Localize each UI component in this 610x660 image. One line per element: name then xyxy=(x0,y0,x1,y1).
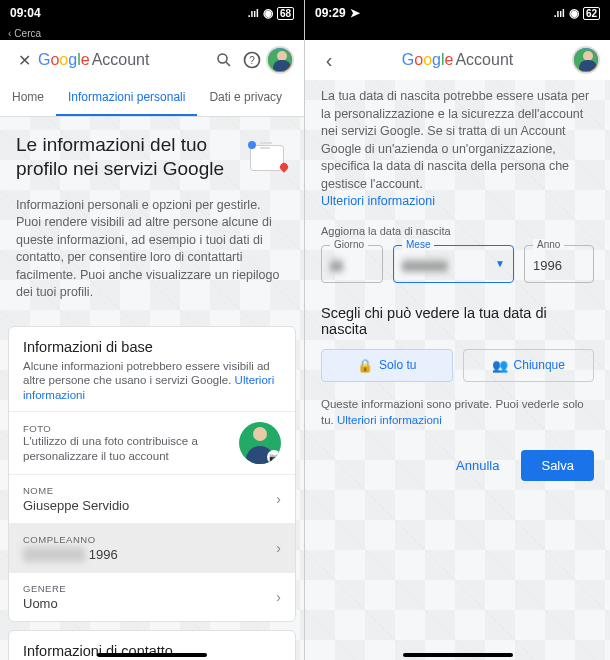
signal-icon: .ııl xyxy=(554,8,565,19)
app-bar: ✕ Google Account ? xyxy=(0,40,304,80)
cancel-button[interactable]: Annulla xyxy=(446,450,509,481)
photo-desc: L'utilizzo di una foto contribuisce a pe… xyxy=(23,434,239,464)
account-avatar[interactable] xyxy=(266,46,294,74)
intro-paragraph: Informazioni personali e opzioni per ges… xyxy=(0,197,304,318)
content-area: ‹ Google Account La tua data di nascita … xyxy=(305,40,610,660)
logo-account-text: Account xyxy=(455,51,513,69)
tab-home[interactable]: Home xyxy=(0,80,56,116)
chevron-down-icon: ▼ xyxy=(495,258,505,269)
photo-row[interactable]: FOTO L'utilizzo di una foto contribuisce… xyxy=(9,411,295,474)
basic-info-title: Informazioni di base xyxy=(23,339,281,355)
home-indicator[interactable] xyxy=(97,653,207,657)
people-icon: 👥 xyxy=(492,358,508,373)
status-time: 09:29 xyxy=(315,6,346,20)
search-button[interactable] xyxy=(210,46,238,74)
tab-bar: Home Informazioni personali Dati e priva… xyxy=(0,80,304,117)
choice-only-you[interactable]: 🔒 Solo tu xyxy=(321,349,453,382)
app-bar: ‹ Google Account xyxy=(305,40,610,80)
google-account-logo: Google Account xyxy=(38,51,149,69)
profile-illustration xyxy=(238,133,288,173)
screen-personal-info: 09:04 .ııl ◉ 68 ‹ Cerca ✕ Google Account… xyxy=(0,0,305,660)
location-icon: ➤ xyxy=(350,6,360,20)
close-button[interactable]: ✕ xyxy=(10,46,38,74)
google-account-logo: Google Account xyxy=(343,51,572,69)
day-value: xx xyxy=(330,258,343,273)
chevron-right-icon: › xyxy=(276,491,281,507)
year-value: 1996 xyxy=(533,258,562,273)
name-label: NOME xyxy=(23,485,276,496)
day-field[interactable]: Giorno xx xyxy=(321,245,383,283)
content-area: ✕ Google Account ? Home Informazioni per… xyxy=(0,40,304,660)
nav-back-bar xyxy=(305,26,610,40)
name-value: Giuseppe Servidio xyxy=(23,498,276,513)
birthday-row[interactable]: COMPLEANNO xx xxxxxxx 1996 › xyxy=(9,523,295,572)
update-birthday-label: Aggiorna la data di nascita xyxy=(321,225,594,237)
basic-info-desc: Alcune informazioni potrebbero essere vi… xyxy=(23,359,281,404)
account-avatar[interactable] xyxy=(572,46,600,74)
choice-anyone-label: Chiunque xyxy=(514,358,565,372)
nav-back-label: Cerca xyxy=(14,28,41,39)
svg-point-0 xyxy=(218,54,227,63)
birthday-value: xx xxxxxxx 1996 xyxy=(23,547,276,562)
back-button[interactable]: ‹ xyxy=(315,46,343,74)
note-more-link[interactable]: Ulteriori informazioni xyxy=(337,414,442,426)
birthday-fields: Giorno xx Mese xxxxxxx ▼ Anno 1996 xyxy=(321,245,594,283)
tab-privacy[interactable]: Dati e privacy xyxy=(197,80,294,116)
status-bar: 09:29 ➤ .ııl ◉ 62 xyxy=(305,0,610,26)
privacy-note: Queste informazioni sono private. Puoi v… xyxy=(321,396,594,428)
home-indicator[interactable] xyxy=(403,653,513,657)
birthday-explanation: La tua data di nascita potrebbe essere u… xyxy=(321,88,594,211)
day-label: Giorno xyxy=(330,239,368,250)
camera-icon: 📷 xyxy=(267,450,281,464)
birthday-label: COMPLEANNO xyxy=(23,534,276,545)
chevron-right-icon: › xyxy=(276,540,281,556)
gender-value: Uomo xyxy=(23,596,276,611)
profile-photo[interactable]: 📷 xyxy=(239,422,281,464)
more-info-link[interactable]: Ulteriori informazioni xyxy=(321,194,435,208)
name-row[interactable]: NOME Giuseppe Servidio › xyxy=(9,474,295,523)
chevron-right-icon: › xyxy=(276,589,281,605)
month-value: xxxxxxx xyxy=(402,258,448,273)
tab-personal-info[interactable]: Informazioni personali xyxy=(56,80,197,116)
search-icon xyxy=(215,51,233,69)
choice-anyone[interactable]: 👥 Chiunque xyxy=(463,349,595,382)
visibility-choices: 🔒 Solo tu 👥 Chiunque xyxy=(321,349,594,382)
month-field[interactable]: Mese xxxxxxx ▼ xyxy=(393,245,514,283)
lock-icon: 🔒 xyxy=(357,358,373,373)
battery-indicator: 68 xyxy=(277,7,294,20)
gender-row[interactable]: GENERE Uomo › xyxy=(9,572,295,621)
gender-label: GENERE xyxy=(23,583,276,594)
logo-account-text: Account xyxy=(92,51,150,69)
hero-section: Le informazioni del tuo profilo nei serv… xyxy=(0,117,304,197)
status-time: 09:04 xyxy=(10,6,41,20)
year-label: Anno xyxy=(533,239,564,250)
month-label: Mese xyxy=(402,239,434,250)
basic-info-card: Informazioni di base Alcune informazioni… xyxy=(8,326,296,623)
screen-edit-birthday: 09:29 ➤ .ııl ◉ 62 ‹ Google Account La t xyxy=(305,0,610,660)
chevron-left-icon: ‹ xyxy=(8,28,11,39)
signal-icon: .ııl xyxy=(248,8,259,19)
help-button[interactable]: ? xyxy=(238,46,266,74)
save-button[interactable]: Salva xyxy=(521,450,594,481)
wifi-icon: ◉ xyxy=(263,6,273,20)
action-buttons: Annulla Salva xyxy=(321,450,594,481)
choice-only-you-label: Solo tu xyxy=(379,358,416,372)
help-icon: ? xyxy=(242,50,262,70)
year-field[interactable]: Anno 1996 xyxy=(524,245,594,283)
visibility-title: Scegli chi può vedere la tua data di nas… xyxy=(321,305,594,337)
battery-indicator: 62 xyxy=(583,7,600,20)
nav-back-bar[interactable]: ‹ Cerca xyxy=(0,26,304,40)
photo-label: FOTO xyxy=(23,423,239,434)
status-bar: 09:04 .ııl ◉ 68 xyxy=(0,0,304,26)
page-title: Le informazioni del tuo profilo nei serv… xyxy=(16,133,230,181)
svg-line-1 xyxy=(226,62,230,66)
wifi-icon: ◉ xyxy=(569,6,579,20)
svg-text:?: ? xyxy=(249,55,255,66)
